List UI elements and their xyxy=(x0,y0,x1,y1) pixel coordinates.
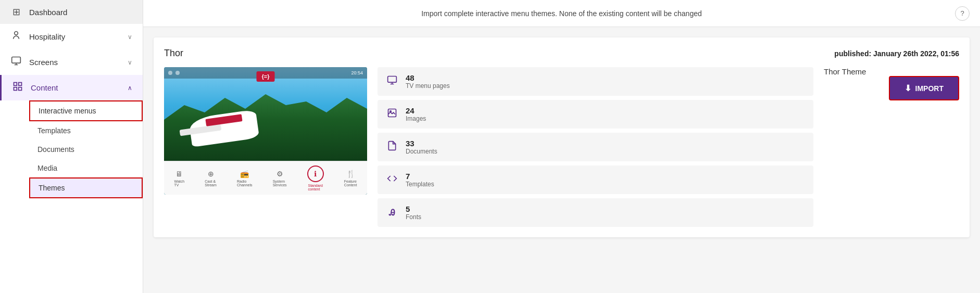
sidebar-item-content[interactable]: Content ∧ xyxy=(0,75,143,100)
card-header: Thor published: January 26th 2022, 01:56 xyxy=(164,48,959,59)
stat-templates: 7 Templates xyxy=(378,165,813,194)
sidebar-item-label: Content xyxy=(31,83,120,92)
stat-documents: 33 Documents xyxy=(378,133,813,161)
content-subnav: Interactive menus Templates Documents Me… xyxy=(0,100,143,198)
sidebar-item-hospitality[interactable]: Hospitality ∨ xyxy=(0,24,143,49)
images-icon xyxy=(386,108,398,121)
topbar-description: Import complete interactive menu themes.… xyxy=(168,9,955,18)
stat-images-number: 24 xyxy=(406,106,426,115)
tv-menu-icon xyxy=(386,75,398,88)
svg-rect-2 xyxy=(14,83,17,86)
theme-preview: 20:54 {=} 🖥 WatchTV ⊕ Cast &Stream xyxy=(164,67,367,195)
radio-icon: 📻 xyxy=(240,170,249,178)
svg-rect-4 xyxy=(14,87,17,91)
menu-item-feature: 🍴 FeatureContent xyxy=(344,170,357,187)
sidebar-subitem-label: Interactive menus xyxy=(39,107,96,115)
stat-fonts: Ꭿ 5 Fonts xyxy=(378,198,813,227)
svg-point-8 xyxy=(390,111,392,112)
download-icon: ⬇ xyxy=(904,83,911,93)
menu-item-watch-tv: 🖥 WatchTV xyxy=(174,170,185,187)
menu-label: FeatureContent xyxy=(344,180,357,187)
theme-card: Thor published: January 26th 2022, 01:56 xyxy=(154,37,970,237)
stat-tv-info: 48 TV menu pages xyxy=(406,73,450,90)
stat-images: 24 Images xyxy=(378,100,813,129)
svg-point-0 xyxy=(15,32,18,35)
chevron-icon: ∨ xyxy=(128,59,132,66)
sidebar: ⊞ Dashboard Hospitality ∨ Screens ∨ Cont… xyxy=(0,0,143,293)
fonts-icon: Ꭿ xyxy=(386,208,398,218)
sidebar-item-label: Hospitality xyxy=(29,32,120,41)
preview-dot-1 xyxy=(168,71,172,75)
card-body: 20:54 {=} 🖥 WatchTV ⊕ Cast &Stream xyxy=(164,67,959,227)
stat-docs-label: Documents xyxy=(406,148,437,155)
sidebar-item-label: Dashboard xyxy=(29,8,132,17)
chevron-icon: ∧ xyxy=(128,84,132,92)
preview-dot-2 xyxy=(175,71,180,75)
templates-icon xyxy=(386,173,398,186)
stat-templates-number: 7 xyxy=(406,172,434,181)
stat-images-label: Images xyxy=(406,115,426,122)
feature-icon: 🍴 xyxy=(346,170,355,178)
stat-fonts-number: 5 xyxy=(406,205,421,213)
import-button[interactable]: ⬇ IMPORT xyxy=(889,76,959,100)
stat-docs-number: 33 xyxy=(406,139,437,148)
stat-fonts-info: 5 Fonts xyxy=(406,205,421,221)
sidebar-item-dashboard[interactable]: ⊞ Dashboard xyxy=(0,0,143,24)
stat-images-info: 24 Images xyxy=(406,106,426,122)
preview-time: 20:54 xyxy=(351,70,363,75)
right-panel: Thor Theme ⬇ IMPORT xyxy=(824,67,959,100)
menu-label: WatchTV xyxy=(174,180,185,187)
stat-templates-info: 7 Templates xyxy=(406,172,434,188)
content-area: Thor published: January 26th 2022, 01:56 xyxy=(143,27,980,293)
stat-templates-label: Templates xyxy=(406,181,434,188)
stat-docs-info: 33 Documents xyxy=(406,139,437,155)
sidebar-item-interactive-menus[interactable]: Interactive menus xyxy=(29,100,143,121)
theme-name: Thor Theme xyxy=(824,67,866,76)
topbar: Import complete interactive menu themes.… xyxy=(143,0,980,27)
svg-rect-6 xyxy=(388,77,397,83)
sidebar-item-templates[interactable]: Templates xyxy=(29,121,143,140)
preview-menubar: 🖥 WatchTV ⊕ Cast &Stream 📻 RadioChannels xyxy=(164,161,367,195)
dashboard-icon: ⊞ xyxy=(10,6,22,18)
menu-label: Standardcontent xyxy=(308,184,322,191)
sidebar-item-media[interactable]: Media xyxy=(29,159,143,177)
stat-tv-menu: 48 TV menu pages xyxy=(378,67,813,96)
stat-tv-number: 48 xyxy=(406,73,450,82)
menu-item-system: ⚙ SystemServices xyxy=(273,170,287,187)
stats-panel: 48 TV menu pages 24 Images xyxy=(378,67,813,227)
sidebar-item-screens[interactable]: Screens ∨ xyxy=(0,49,143,75)
info-icon: ℹ xyxy=(314,170,317,178)
tv-icon: 🖥 xyxy=(175,170,183,178)
menu-item-standard: ℹ Standardcontent xyxy=(307,165,324,191)
screens-icon xyxy=(10,56,22,69)
card-published: published: January 26th 2022, 01:56 xyxy=(834,49,959,58)
stat-tv-label: TV menu pages xyxy=(406,82,450,90)
svg-rect-1 xyxy=(12,57,21,63)
standard-circle: ℹ xyxy=(307,165,324,182)
menu-label: RadioChannels xyxy=(237,180,253,187)
preview-badge: {=} xyxy=(257,71,275,82)
documents-icon xyxy=(386,141,398,154)
menu-item-radio: 📻 RadioChannels xyxy=(237,170,253,187)
card-title: Thor xyxy=(164,48,183,59)
sidebar-item-documents[interactable]: Documents xyxy=(29,140,143,159)
cast-icon: ⊕ xyxy=(208,170,214,178)
hospitality-icon xyxy=(10,30,22,43)
sidebar-subitem-label: Documents xyxy=(37,145,74,154)
chevron-icon: ∨ xyxy=(128,33,132,41)
main-content: Import complete interactive menu themes.… xyxy=(143,0,980,293)
content-icon xyxy=(12,81,23,94)
menu-item-cast: ⊕ Cast &Stream xyxy=(205,170,217,187)
menu-label: SystemServices xyxy=(273,180,287,187)
svg-rect-5 xyxy=(19,87,22,91)
sidebar-subitem-label: Media xyxy=(37,164,57,172)
import-button-label: IMPORT xyxy=(915,84,944,93)
sidebar-item-themes[interactable]: Themes xyxy=(29,177,143,198)
sidebar-subitem-label: Templates xyxy=(37,126,71,135)
menu-label: Cast &Stream xyxy=(205,180,217,187)
system-icon: ⚙ xyxy=(277,170,283,178)
stat-fonts-label: Fonts xyxy=(406,213,421,221)
sidebar-subitem-label: Themes xyxy=(39,184,65,192)
help-button[interactable]: ? xyxy=(955,6,970,21)
svg-rect-3 xyxy=(19,83,22,86)
